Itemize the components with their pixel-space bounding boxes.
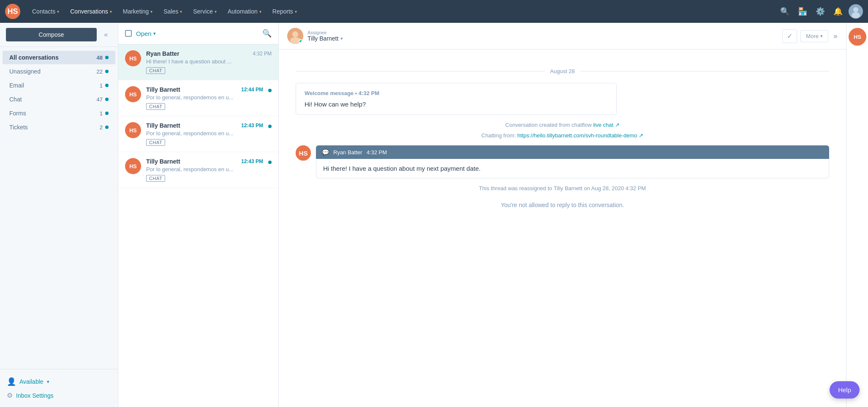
chevron-down-icon: ▾ — [259, 9, 261, 14]
avatar: HS — [125, 158, 141, 174]
chevron-down-icon: ▾ — [340, 36, 343, 41]
svg-text:HS: HS — [853, 34, 861, 40]
no-reply-note: You're not allowed to reply to this conv… — [296, 202, 829, 208]
conversation-item[interactable]: HS Tilly Barnett 12:43 PM Por lo general… — [118, 116, 278, 152]
conversation-detail-header: Assignee Tilly Barnett ▾ ✓ More ▾ » — [279, 23, 846, 49]
resolve-button[interactable]: ✓ — [782, 29, 797, 43]
svg-point-3 — [853, 7, 858, 12]
chat-icon: 💬 — [322, 149, 329, 156]
unread-dot — [105, 84, 109, 87]
chevron-down-icon: ▾ — [57, 9, 59, 14]
person-icon: 👤 — [7, 377, 16, 386]
system-message-url: Chatting from: https://hello.tillybarnet… — [296, 132, 829, 139]
avatar: HS — [125, 50, 141, 66]
hubspot-logo[interactable]: HS — [5, 4, 20, 19]
svg-point-4 — [852, 12, 860, 18]
search-icon[interactable]: 🔍 — [778, 4, 792, 19]
chat-message-row: HS 💬 Ryan Batter 4:32 PM Hi there! I hav… — [296, 145, 829, 178]
sidebar-navigation: All conversations 48 Unassigned 22 Email… — [0, 47, 118, 369]
more-actions-button[interactable]: More ▾ — [800, 30, 828, 42]
svg-text:HS: HS — [299, 150, 308, 157]
unread-dot — [105, 112, 109, 115]
settings-icon[interactable]: ⚙️ — [813, 4, 827, 19]
sidebar-item-all-conversations[interactable]: All conversations 48 — [3, 51, 115, 64]
svg-text:HS: HS — [7, 7, 18, 16]
live-chat-link[interactable]: live chat ↗ — [593, 122, 619, 128]
nav-conversations[interactable]: Conversations ▾ — [65, 5, 117, 17]
sidebar-item-tickets[interactable]: Tickets 2 — [3, 120, 115, 134]
chevron-down-icon: ▾ — [110, 9, 112, 14]
nav-right-actions: 🔍 🏪 ⚙️ 🔔 — [778, 4, 863, 19]
sidebar-footer: 👤 Available ▾ ⚙ Inbox Settings — [0, 369, 118, 407]
sender-avatar: HS — [296, 145, 311, 161]
sidebar-item-forms[interactable]: Forms 1 — [3, 107, 115, 120]
right-panel: HS — [846, 23, 868, 407]
unread-indicator-dot — [268, 125, 272, 128]
hubspot-icon-button[interactable]: HS — [849, 28, 866, 46]
conversation-detail: Assignee Tilly Barnett ▾ ✓ More ▾ » Augu… — [279, 23, 846, 407]
date-divider: August 28 — [296, 68, 829, 74]
conversation-list-header: Open ▾ 🔍 — [118, 23, 278, 44]
nav-items: Contacts ▾ Conversations ▾ Marketing ▾ S… — [27, 5, 778, 17]
chatting-from-link[interactable]: https://hello.tillybarnett.com/svh-round… — [517, 132, 644, 139]
unread-dot — [105, 56, 109, 59]
online-status-dot — [299, 39, 303, 44]
conversation-list: Open ▾ 🔍 HS Ryan Batter 4:32 PM — [118, 23, 279, 407]
chevron-down-icon: ▾ — [150, 9, 152, 14]
conversation-items: HS Ryan Batter 4:32 PM Hi there! I have … — [118, 44, 278, 407]
unread-dot — [105, 70, 109, 73]
svg-text:HS: HS — [129, 164, 136, 169]
assignee-avatar — [287, 28, 303, 44]
reassign-note: This thread was reassigned to Tilly Barn… — [296, 185, 829, 191]
conversation-item[interactable]: HS Ryan Batter 4:32 PM Hi there! I have … — [118, 44, 278, 80]
inbox-settings-link[interactable]: ⚙ Inbox Settings — [7, 389, 111, 402]
conversation-item[interactable]: HS Tilly Barnett 12:43 PM Por lo general… — [118, 152, 278, 188]
unread-dot — [105, 98, 109, 101]
gear-icon: ⚙ — [7, 391, 13, 399]
compose-button[interactable]: Compose — [6, 28, 97, 41]
conversation-item[interactable]: HS Tilly Barnett 12:44 PM Por lo general… — [118, 80, 278, 116]
nav-automation[interactable]: Automation ▾ — [223, 5, 267, 17]
sidebar: Compose « All conversations 48 Unassigne… — [0, 23, 118, 407]
assignee-name-dropdown[interactable]: Tilly Barnett ▾ — [307, 35, 343, 42]
nav-reports[interactable]: Reports ▾ — [267, 5, 302, 17]
sidebar-item-chat[interactable]: Chat 47 — [3, 93, 115, 106]
collapse-sidebar-button[interactable]: « — [100, 29, 112, 41]
status-filter-dropdown[interactable]: Open ▾ — [136, 30, 156, 37]
svg-text:HS: HS — [129, 92, 136, 98]
unread-indicator-dot — [268, 89, 272, 92]
chevron-down-icon: ▾ — [295, 9, 297, 14]
nav-sales[interactable]: Sales ▾ — [158, 5, 187, 17]
header-actions: ✓ More ▾ » — [782, 29, 838, 43]
system-message-chatflow: Conversation created from chatflow live … — [296, 122, 829, 128]
nav-service[interactable]: Service ▾ — [188, 5, 222, 17]
sidebar-item-email[interactable]: Email 1 — [3, 79, 115, 92]
assignee-section: Assignee Tilly Barnett ▾ — [287, 28, 343, 44]
sidebar-item-unassigned[interactable]: Unassigned 22 — [3, 65, 115, 78]
svg-text:HS: HS — [129, 128, 136, 134]
chevron-down-icon: ▾ — [153, 31, 156, 36]
top-navigation: HS Contacts ▾ Conversations ▾ Marketing … — [0, 0, 868, 23]
avatar: HS — [125, 86, 141, 102]
availability-button[interactable]: 👤 Available ▾ — [7, 374, 111, 389]
chevron-down-icon: ▾ — [180, 9, 182, 14]
messages-area: August 28 Welcome message • 4:32 PM Hi! … — [279, 49, 846, 407]
help-button[interactable]: Help — [830, 381, 860, 399]
select-all-checkbox[interactable] — [125, 30, 132, 37]
marketplace-icon[interactable]: 🏪 — [795, 4, 810, 19]
user-avatar[interactable] — [849, 4, 863, 19]
unread-indicator-dot — [268, 161, 272, 164]
nav-contacts[interactable]: Contacts ▾ — [27, 5, 64, 17]
notifications-icon[interactable]: 🔔 — [831, 4, 845, 19]
chevron-down-icon: ▾ — [820, 33, 823, 39]
svg-text:HS: HS — [129, 56, 136, 62]
unread-dot — [105, 126, 109, 129]
avatar: HS — [125, 122, 141, 138]
collapse-panel-button[interactable]: » — [833, 32, 838, 41]
svg-point-14 — [292, 31, 298, 37]
search-conversations-icon[interactable]: 🔍 — [262, 29, 272, 38]
welcome-message-bubble: Welcome message • 4:32 PM Hi! How can we… — [296, 83, 617, 115]
main-layout: Compose « All conversations 48 Unassigne… — [0, 23, 868, 407]
chevron-down-icon: ▾ — [47, 379, 49, 385]
nav-marketing[interactable]: Marketing ▾ — [118, 5, 158, 17]
